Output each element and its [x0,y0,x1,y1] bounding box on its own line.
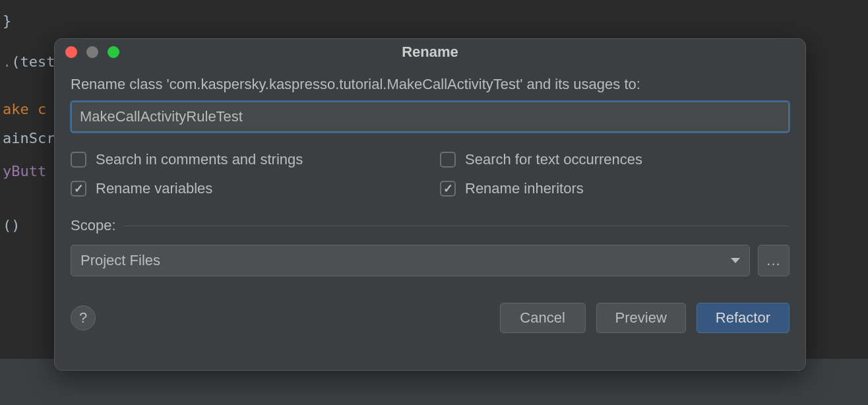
code-token: ainScr [3,130,55,146]
code-token: ( [11,53,20,70]
dialog-title: Rename [55,44,805,61]
dialog-titlebar: Rename [55,39,805,65]
checkbox-label: Search for text occurrences [465,151,642,168]
checkbox-label: Rename variables [96,180,212,197]
scope-more-button[interactable]: ... [758,245,790,276]
code-token: test [20,53,55,70]
code-token: } [3,13,11,29]
code-token: . [3,53,11,70]
rename-prompt-label: Rename class 'com.kaspersky.kaspresso.tu… [71,76,790,93]
checkbox-icon [440,181,456,197]
checkbox-search-comments[interactable]: Search in comments and strings [71,151,420,168]
preview-button[interactable]: Preview [596,303,686,333]
scope-label: Scope: [71,217,116,234]
divider [124,226,790,226]
window-controls [65,46,119,58]
code-token: yButt [3,163,46,179]
checkbox-icon [440,152,456,168]
checkbox-rename-inheritors[interactable]: Rename inheritors [440,180,790,197]
checkbox-icon [71,152,86,168]
checkbox-icon [71,181,86,197]
checkbox-label: Search in comments and strings [96,151,303,168]
scope-value: Project Files [80,252,160,269]
code-token: ake c [3,101,46,117]
maximize-window-button[interactable] [108,46,119,58]
rename-dialog: Rename Rename class 'com.kaspersky.kaspr… [54,38,806,371]
scope-dropdown[interactable]: Project Files [71,245,750,276]
code-token: () [3,217,20,234]
checkbox-search-text[interactable]: Search for text occurrences [440,151,790,168]
checkbox-rename-variables[interactable]: Rename variables [71,180,420,197]
cancel-button[interactable]: Cancel [500,303,586,333]
close-window-button[interactable] [65,46,77,58]
chevron-down-icon [731,258,740,263]
help-button[interactable]: ? [71,305,96,330]
minimize-window-button[interactable] [86,46,98,58]
refactor-button[interactable]: Refactor [697,303,790,333]
checkbox-label: Rename inheritors [465,180,584,197]
rename-input[interactable] [71,101,790,133]
